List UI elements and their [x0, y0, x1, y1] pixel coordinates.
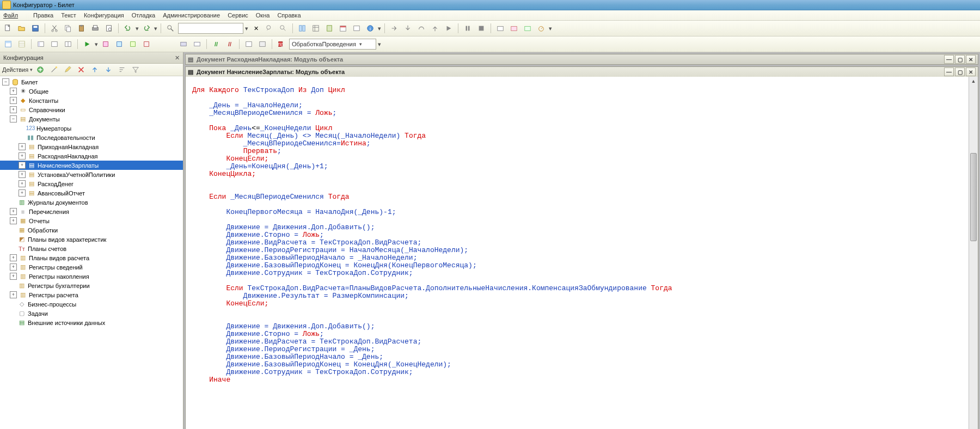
tree-documents[interactable]: −▤Документы — [0, 114, 183, 124]
copy-button[interactable] — [62, 22, 74, 34]
find-dropdown[interactable]: ▾ — [245, 23, 248, 34]
print-preview-button[interactable] — [103, 22, 115, 34]
save-button[interactable] — [29, 22, 41, 34]
help-dropdown[interactable]: ▾ — [378, 23, 381, 34]
tree-doc-nachislenie[interactable]: +▤НачислениеЗарплаты — [0, 161, 183, 170]
tree-reginfo[interactable]: +▥Регистры сведений — [0, 262, 183, 272]
find-input[interactable] — [178, 23, 243, 34]
inactive-editor-window[interactable]: ▤ Документ РасходнаяНакладная: Модуль об… — [185, 54, 978, 65]
tree-calcplans[interactable]: +▥Планы видов расчета — [0, 253, 183, 262]
menu-file[interactable]: Файл — [3, 12, 26, 19]
paste-button[interactable] — [76, 22, 88, 34]
run-button[interactable] — [81, 38, 93, 50]
tree-tasks[interactable]: ▢Задачи — [0, 309, 183, 318]
sort-button[interactable] — [116, 64, 128, 76]
minimize-button[interactable]: — — [944, 68, 954, 76]
toolbar-button[interactable] — [191, 38, 203, 50]
tree-journals[interactable]: ▥Журналы документов — [0, 198, 183, 207]
filter-button[interactable] — [130, 64, 142, 76]
add-button[interactable] — [34, 64, 46, 76]
tree-accplans[interactable]: ТтПланы счетов — [0, 244, 183, 253]
tree-regbuh[interactable]: ▥Регистры бухгалтерии — [0, 281, 183, 290]
toolbar-button[interactable] — [296, 22, 308, 34]
wand-button[interactable] — [48, 64, 60, 76]
active-window-header[interactable]: ▤ Документ НачислениеЗарплаты: Модуль об… — [186, 67, 978, 77]
toolbar-button[interactable] — [140, 38, 152, 50]
performance-dropdown[interactable]: ▾ — [549, 23, 552, 34]
tree-sequences[interactable]: ▮▮Последовательности — [0, 133, 183, 142]
run-dropdown[interactable]: ▾ — [95, 39, 98, 50]
debug-step-over-button[interactable] — [415, 22, 427, 34]
open-button[interactable] — [16, 22, 28, 34]
inactive-window-header[interactable]: ▤ Документ РасходнаяНакладная: Модуль об… — [186, 54, 978, 64]
debug-step-out-button[interactable] — [429, 22, 441, 34]
tree-root[interactable]: −Билет — [0, 77, 183, 87]
toolbar-button[interactable] — [48, 38, 60, 50]
menu-config[interactable]: Конфигурация — [84, 12, 124, 19]
find-next-button[interactable] — [277, 22, 289, 34]
toolbar-button[interactable] — [310, 22, 322, 34]
toolbar-button[interactable] — [127, 38, 139, 50]
menu-admin[interactable]: Администрирование — [163, 12, 220, 19]
procedure-combo[interactable]: ОбработкаПроведения ▾ — [289, 39, 376, 50]
tree-common[interactable]: +✳Общие — [0, 87, 183, 96]
calculator-button[interactable] — [323, 22, 335, 34]
tree-doc-rashodnaya[interactable]: +▤РасходнаяНакладная — [0, 151, 183, 161]
toolbar-button[interactable] — [100, 38, 112, 50]
maximize-button[interactable]: ▢ — [955, 55, 965, 64]
panel-close-button[interactable]: ✕ — [173, 54, 181, 62]
move-up-button[interactable] — [89, 64, 101, 76]
edit-button[interactable] — [62, 64, 74, 76]
config-tree[interactable]: −Билет +✳Общие +◆Константы +▭Справочники… — [0, 76, 183, 429]
debug-run-button[interactable] — [443, 22, 455, 34]
toolbar-button[interactable] — [35, 38, 47, 50]
tree-doc-rashoddeneg[interactable]: +▤РасходДенег — [0, 179, 183, 188]
close-button[interactable]: ✕ — [966, 68, 976, 76]
debug-pause-button[interactable] — [462, 22, 474, 34]
toolbar-button[interactable] — [256, 38, 268, 50]
undo-button[interactable] — [122, 22, 134, 34]
tree-doc-ustanovka[interactable]: +▤УстановкаУчетнойПолитики — [0, 170, 183, 179]
scroll-down-icon[interactable]: ▼ — [969, 426, 978, 429]
combo-extra-dropdown[interactable]: ▾ — [378, 39, 381, 50]
menu-debug[interactable]: Отладка — [132, 12, 155, 19]
undo-dropdown[interactable]: ▾ — [136, 23, 139, 34]
tree-regaccum[interactable]: +▥Регистры накопления — [0, 272, 183, 281]
performance-button[interactable] — [535, 22, 547, 34]
toolbar-button[interactable] — [113, 38, 125, 50]
scroll-up-icon[interactable]: ▲ — [969, 77, 978, 85]
menu-windows[interactable]: Окна — [256, 12, 270, 19]
delete-button[interactable] — [75, 64, 87, 76]
find-prev-button[interactable] — [264, 22, 275, 34]
comment-button[interactable]: // — [210, 38, 222, 50]
tree-constants[interactable]: +◆Константы — [0, 96, 183, 105]
code-editor[interactable]: Для Каждого ТекСтрокаДоп Из Доп Цикл _Де… — [186, 77, 978, 429]
tree-references[interactable]: +▭Справочники — [0, 105, 183, 114]
tree-processing[interactable]: ▦Обработки — [0, 225, 183, 235]
toolbar-button[interactable] — [522, 22, 534, 34]
tree-regcalc[interactable]: +▥Регистры расчета — [0, 290, 183, 299]
help-button[interactable]: i — [364, 22, 376, 34]
tree-doc-prihodnaya[interactable]: +▤ПриходнаяНакладная — [0, 142, 183, 151]
menu-service[interactable]: Сервис — [228, 12, 248, 19]
print-button[interactable] — [89, 22, 101, 34]
toolbar-button[interactable] — [177, 38, 189, 50]
vertical-scrollbar[interactable]: ▲ ▼ — [969, 77, 978, 429]
toolbar-button[interactable] — [494, 22, 506, 34]
go-to-proc-button[interactable]: П() — [275, 38, 287, 50]
menu-text[interactable]: Текст — [61, 12, 76, 19]
tree-enum[interactable]: +≡Перечисления — [0, 207, 183, 216]
cut-button[interactable] — [48, 22, 60, 34]
maximize-button[interactable]: ▢ — [955, 68, 965, 76]
minimize-button[interactable]: — — [944, 55, 954, 64]
debug-step-button[interactable] — [388, 22, 400, 34]
toolbar-button[interactable] — [508, 22, 520, 34]
debug-stop-button[interactable] — [475, 22, 487, 34]
menu-help[interactable]: Справка — [277, 12, 301, 19]
tree-doc-avans[interactable]: +▤АвансовыйОтчет — [0, 188, 183, 198]
redo-dropdown[interactable]: ▾ — [154, 23, 157, 34]
toolbar-button[interactable] — [62, 38, 74, 50]
calendar-button[interactable] — [337, 22, 349, 34]
actions-menu[interactable]: Действия — [2, 66, 28, 73]
close-button[interactable]: ✕ — [966, 55, 976, 64]
